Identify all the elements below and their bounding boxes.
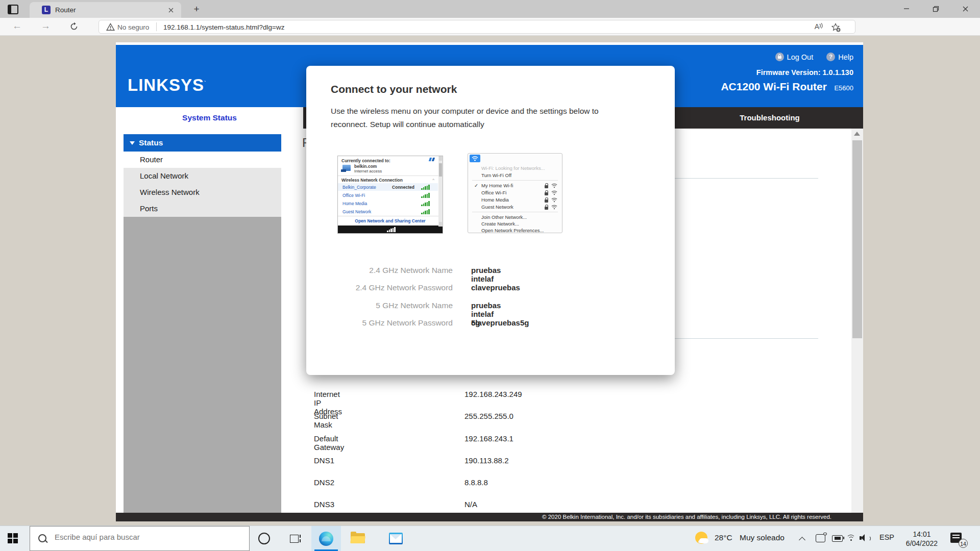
logout-link[interactable]: Log Out (775, 53, 814, 61)
row-value: 255.255.255.0 (464, 412, 513, 420)
row-label: Subnet Mask (314, 412, 338, 429)
window-restore-button[interactable] (924, 0, 947, 17)
lock-icon (545, 185, 548, 188)
row-icons (545, 205, 557, 210)
row-value: 192.168.243.249 (464, 390, 522, 398)
row-value: 8.8.8.8 (464, 478, 488, 487)
chevron-down-icon (130, 141, 135, 145)
wifi-icon[interactable] (846, 535, 855, 542)
refresh-icon[interactable] (69, 22, 79, 33)
task-view-icon[interactable] (289, 534, 302, 544)
add-favorite-icon[interactable] (831, 23, 841, 34)
help-icon: ? (826, 53, 835, 61)
window-minimize-button[interactable] (895, 0, 918, 17)
mail-icon[interactable] (389, 533, 403, 544)
sidebar-item-router[interactable]: Router (124, 152, 281, 168)
row-label: DNS1 (314, 456, 334, 465)
read-aloud-icon[interactable]: A (815, 22, 823, 31)
wp-header: Currently connected to: (341, 158, 390, 163)
hidden-icons-chevron[interactable] (800, 536, 805, 542)
sidebar-item-local-network[interactable]: Local Network (124, 168, 281, 184)
forward-icon[interactable]: → (41, 20, 51, 32)
cortana-icon[interactable] (258, 533, 270, 544)
tab-close-icon[interactable] (167, 6, 175, 14)
row-label: DNS2 (314, 478, 334, 487)
weather-icon[interactable] (695, 532, 709, 546)
tab-favicon-icon: L (42, 6, 51, 14)
model-number: E5600 (834, 84, 853, 92)
scroll-up-icon[interactable] (854, 132, 860, 136)
sidebar-group-status[interactable]: Status (124, 134, 281, 152)
search-icon (38, 534, 46, 542)
not-secure-warning-icon[interactable] (106, 23, 115, 33)
search-input[interactable] (54, 532, 239, 542)
setting-label: 2.4 GHz Network Password (330, 283, 453, 292)
file-explorer-icon[interactable] (351, 533, 365, 544)
mac-status-item: Wi-Fi: Looking for Networks... (468, 165, 562, 171)
network-icon (342, 165, 351, 171)
help-link[interactable]: ? Help (826, 53, 853, 61)
setting-value: pruebas intelaf (471, 266, 501, 283)
row-icons (545, 183, 557, 188)
wp-scrollbar (438, 156, 443, 227)
mac-ssid: Office Wi-Fi (481, 190, 506, 195)
edge-taskbar-button[interactable] (311, 526, 341, 551)
logout-label: Log Out (787, 53, 814, 61)
check-icon: ✓ (474, 182, 478, 189)
wp-taskbar-strip (338, 226, 443, 233)
mac-toggle-item: Turn Wi-Fi Off (468, 172, 562, 179)
taskbar-clock[interactable]: 14:01 6/04/2022 (898, 530, 945, 548)
windows-wifi-menu-image: Currently connected to: belkin.com Inter… (337, 156, 443, 234)
nav-troubleshooting[interactable]: Troubleshooting (740, 107, 800, 129)
sidebar-item-ports[interactable]: Ports (124, 201, 281, 217)
notification-badge[interactable]: 14 (959, 539, 968, 548)
wp-network-row: Guest Network (338, 208, 438, 215)
window-close-button[interactable] (953, 0, 977, 17)
browser-toolbar: ← → No seguro 192.168.1.1/system-status.… (0, 18, 980, 36)
lock-icon (545, 207, 548, 210)
battery-icon[interactable] (832, 535, 843, 542)
sidebar-item-wireless-network[interactable]: Wireless Network (124, 184, 281, 201)
row-value: N/A (464, 500, 477, 509)
connect-network-dialog: Connect to your network Use the wireless… (306, 66, 675, 375)
linksys-logo: LINKSYS` (128, 76, 206, 95)
scrollbar-thumb[interactable] (852, 140, 862, 338)
url-divider (156, 22, 157, 31)
taskbar-search-box[interactable] (30, 526, 250, 551)
menu-title: System Status (116, 107, 303, 129)
volume-icon[interactable] (860, 534, 870, 542)
url-text[interactable]: 192.168.1.1/system-status.html?dlg=wz (163, 23, 285, 31)
browser-tab[interactable]: L Router (30, 2, 181, 18)
model-name: AC1200 Wi-Fi Router (721, 81, 827, 92)
wp-ssid: Home Media (342, 201, 367, 206)
mac-action-item: Join Other Network... (468, 214, 562, 220)
mac-ssid: Home Media (481, 197, 509, 203)
setting-value: clavepruebas5g (471, 318, 529, 327)
tab-actions-button[interactable] (7, 4, 19, 14)
wp-network-name: belkin.com (354, 164, 377, 169)
setting-value: clavepruebas (471, 283, 520, 292)
security-label[interactable]: No seguro (117, 23, 149, 31)
screen: L Router + ← → No seguro 192. (0, 0, 980, 551)
signal-bars-icon (421, 201, 430, 206)
browser-titlebar: L Router + (0, 0, 980, 18)
start-button[interactable] (8, 533, 18, 544)
device-icon[interactable] (816, 534, 825, 542)
row-icons (545, 197, 557, 203)
edge-icon (319, 532, 333, 546)
back-icon[interactable]: ← (12, 20, 22, 32)
address-bar[interactable]: No seguro 192.168.1.1/system-status.html… (99, 20, 855, 34)
language-indicator[interactable]: ESP (879, 533, 894, 541)
wp-network-row: Office Wi-Fi (338, 191, 438, 199)
row-value: 192.168.243.1 (464, 434, 513, 443)
weather-temperature[interactable]: 28°C (715, 533, 732, 542)
weather-condition[interactable]: Muy soleado (740, 533, 785, 542)
lock-icon (545, 199, 548, 203)
new-tab-button[interactable]: + (190, 3, 203, 15)
dialog-title: Connect to your network (331, 83, 457, 95)
firmware-version: Firmware Version: 1.0.1.130 (756, 68, 853, 77)
chevron-up-icon: ^ (432, 178, 434, 182)
lock-icon (775, 53, 784, 61)
page-scrollbar[interactable] (851, 129, 863, 513)
signal-bars-icon (421, 193, 430, 198)
